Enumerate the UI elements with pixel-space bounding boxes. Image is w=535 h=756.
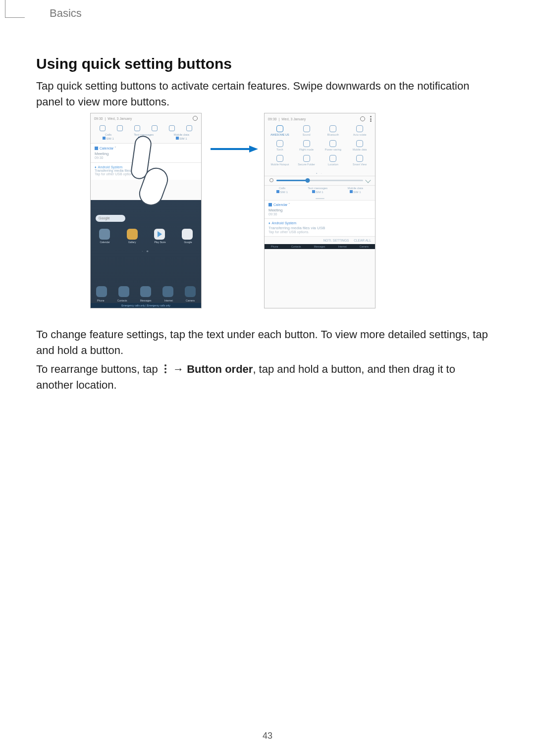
auto-rotate-icon[interactable] (152, 125, 158, 131)
toggle-label: Mobile Hotspot (267, 163, 293, 169)
dock (91, 286, 201, 297)
dock-names: PhoneContactsMessagesInternetCamera (91, 299, 201, 302)
sim-label-calls[interactable]: CallsSIM 1 (103, 133, 114, 141)
app-google-folder-icon[interactable] (182, 229, 193, 240)
notification-title: Meeting (95, 151, 197, 156)
brightness-slider[interactable] (276, 180, 363, 181)
flight-mode-icon[interactable] (186, 125, 192, 131)
status-time: 09:30 (268, 117, 277, 121)
quick-toggle[interactable]: Torch (267, 140, 293, 154)
dock-phone-icon[interactable] (96, 286, 107, 297)
quick-toggle[interactable]: Mobile data (346, 140, 373, 154)
calendar-icon (95, 147, 98, 150)
notification-title: Meeting (268, 208, 371, 212)
google-search-widget[interactable]: Google (96, 215, 125, 222)
sim-label-messages[interactable]: Text messagesSIM 1 (308, 187, 327, 194)
body-paragraph-2: To change feature settings, tap the text… (36, 327, 500, 358)
nav-bar: PhoneContactsMessagesInternetCamera (265, 244, 375, 249)
sim-label-calls[interactable]: CallsSIM 1 (276, 187, 288, 194)
page-indicator: · o (91, 250, 201, 252)
brightness-slider-row (265, 176, 375, 185)
toggle-icon (329, 155, 336, 162)
bluetooth-icon[interactable] (134, 125, 140, 131)
quick-toggle[interactable]: Location (320, 155, 347, 169)
notification-system[interactable]: ♦Android System Transferring media files… (91, 163, 201, 180)
gear-icon[interactable] (193, 116, 198, 121)
quick-toggle[interactable]: Power saving (320, 140, 347, 154)
breadcrumb: Basics (50, 7, 82, 20)
sound-icon[interactable] (117, 125, 123, 131)
toggle-icon (303, 155, 310, 162)
figure-phone-after: 09:30 | Wed, 3 January AWESOME USSoundBl… (264, 113, 375, 308)
app-row (91, 229, 201, 240)
toggle-label: Smart View (346, 163, 373, 169)
quick-toggle[interactable]: Auto rotate (346, 125, 373, 139)
chevron-down-icon[interactable] (365, 177, 371, 183)
toggle-icon (276, 140, 283, 147)
status-bar: 09:30 | Wed, 3 January (91, 113, 201, 123)
toggle-label: Sound (293, 133, 320, 139)
more-icon[interactable] (370, 116, 372, 122)
dock-messages-icon[interactable] (140, 286, 151, 297)
noti-settings-button[interactable]: NOTI. SETTINGS (323, 239, 349, 242)
quick-toggle[interactable]: Secure Folder (293, 155, 320, 169)
quick-toggle[interactable]: Mobile Hotspot (267, 155, 293, 169)
toggle-label: Secure Folder (293, 163, 320, 169)
sim-label-data[interactable]: Mobile dataSIM 1 (174, 133, 189, 141)
toggle-label: Power saving (320, 148, 347, 154)
status-time: 09:30 (94, 117, 103, 120)
gear-icon[interactable] (360, 116, 365, 121)
quick-toggle[interactable]: Smart View (346, 155, 373, 169)
notification-system[interactable]: ♦Android System Transferring media files… (265, 218, 375, 236)
android-icon: ♦ (268, 221, 270, 225)
quick-toggle[interactable]: AWESOME US (267, 125, 293, 139)
page-indicator: • · (265, 171, 375, 176)
home-screen: Google CalendarGalleryPlay StoreGoogle ·… (91, 200, 201, 308)
app-playstore-icon[interactable] (154, 229, 165, 240)
app-gallery-icon[interactable] (127, 229, 138, 240)
toggle-label: AWESOME US (267, 133, 293, 139)
quick-settings-row (91, 123, 201, 133)
toggle-icon (276, 125, 283, 132)
clear-all-button[interactable]: CLEAR ALL (354, 239, 371, 242)
status-sep: | (105, 117, 106, 120)
section-heading: Using quick setting buttons (36, 55, 232, 72)
app-calendar-icon[interactable] (99, 229, 110, 240)
notification-time: 09:30 (268, 212, 371, 216)
status-date: Wed, 3 January (281, 117, 306, 121)
sim-label-data[interactable]: Mobile dataSIM 1 (348, 187, 363, 194)
dock-contacts-icon[interactable] (118, 286, 129, 297)
quick-toggle[interactable]: Flight mode (293, 140, 320, 154)
dock-camera-icon[interactable] (185, 286, 196, 297)
toggle-label: Bluetooth (320, 133, 347, 139)
body-paragraph-1: Tap quick setting buttons to activate ce… (36, 78, 490, 110)
figure-phone-before: 09:30 | Wed, 3 January CallsSIM 1 Text m… (90, 113, 202, 308)
notification-calendar[interactable]: Calendar ˅ Meeting 09:30 (91, 144, 201, 163)
toggle-icon (276, 155, 283, 162)
toggle-icon (329, 125, 336, 132)
panel-actions: NOTI. SETTINGS CLEAR ALL (265, 236, 375, 244)
status-footer: Emergency calls only | Emergency calls o… (91, 303, 201, 308)
toggle-label: Torch (267, 148, 293, 154)
dock-internet-icon[interactable] (162, 286, 173, 297)
sim-row: CallsSIM 1 Text messagesSIM 1 Mobile dat… (265, 186, 375, 197)
toggle-icon (303, 125, 310, 132)
quick-toggle[interactable]: Bluetooth (320, 125, 347, 139)
header-rule (5, 0, 25, 18)
brightness-icon (269, 178, 273, 182)
sim-label-messages[interactable]: Text messagesSIM 1 (134, 133, 154, 141)
arrow-icon (211, 146, 258, 152)
app-names: CalendarGalleryPlay StoreGoogle (91, 241, 201, 244)
status-sep: | (279, 117, 280, 121)
page-number: 43 (0, 731, 535, 741)
toggle-label: Flight mode (293, 148, 320, 154)
quick-toggle[interactable]: Sound (293, 125, 320, 139)
toggle-icon (356, 155, 363, 162)
notification-calendar[interactable]: Calendar ˅ Meeting 09:30 (265, 200, 375, 218)
wifi-icon[interactable] (100, 125, 106, 131)
more-icon (163, 364, 168, 374)
torch-icon[interactable] (169, 125, 175, 131)
toggle-label: Mobile data (346, 148, 373, 154)
quick-settings-grid: AWESOME USSoundBluetoothAuto rotateTorch… (265, 124, 375, 171)
toggle-icon (356, 125, 363, 132)
